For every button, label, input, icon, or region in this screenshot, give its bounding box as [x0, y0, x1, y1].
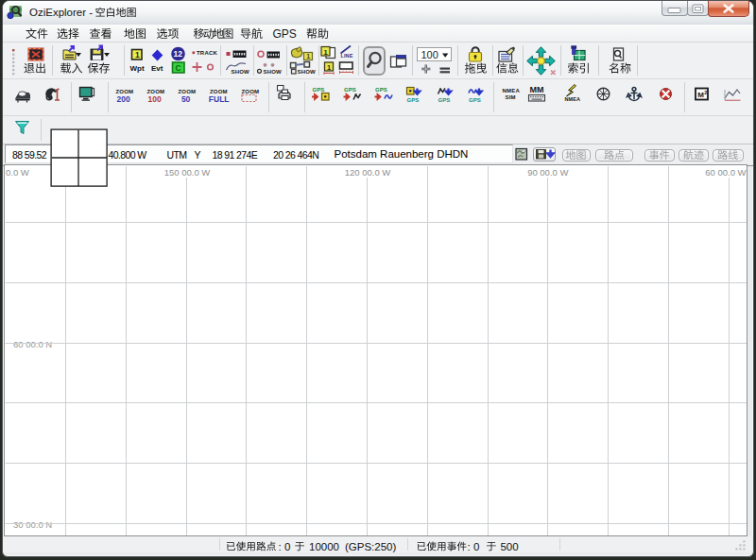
- svg-text:1: 1: [306, 53, 310, 59]
- svg-text:12: 12: [174, 49, 183, 59]
- svg-text:GPS: GPS: [375, 87, 387, 93]
- svg-text:C: C: [176, 63, 181, 73]
- svg-text:GPS: GPS: [344, 87, 356, 93]
- svg-text:GPS: GPS: [407, 97, 420, 103]
- svg-text:2: 2: [704, 90, 707, 95]
- svg-text:1: 1: [324, 48, 328, 57]
- svg-text:GPS: GPS: [438, 97, 451, 103]
- svg-text:1: 1: [135, 50, 140, 59]
- svg-text:GPS: GPS: [313, 87, 325, 93]
- svg-text:GPS: GPS: [469, 97, 481, 103]
- svg-text:1: 1: [327, 63, 331, 72]
